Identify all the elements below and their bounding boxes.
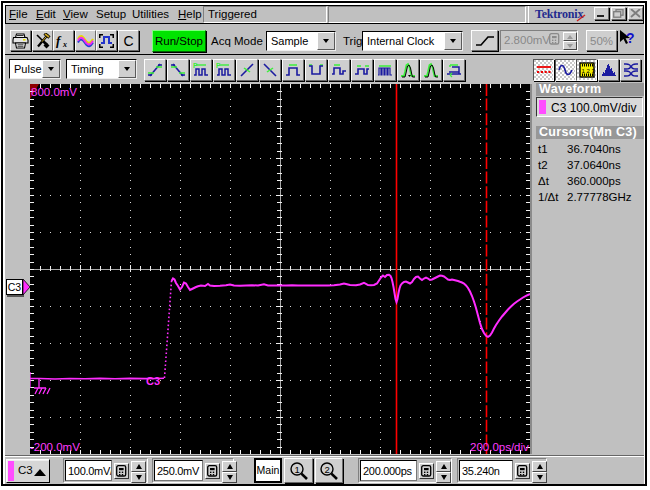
svg-text:C3: C3 bbox=[146, 375, 160, 387]
svg-text:-200.0mV: -200.0mV bbox=[30, 441, 80, 453]
svg-text:1 2 3: 1 2 3 bbox=[581, 68, 595, 74]
svg-text:200.0ps/div: 200.0ps/div bbox=[470, 441, 529, 453]
svg-text:800.0mV: 800.0mV bbox=[31, 86, 77, 98]
svg-text:2: 2 bbox=[325, 463, 330, 474]
svg-text:?: ? bbox=[626, 30, 635, 46]
svg-text:1: 1 bbox=[294, 463, 299, 474]
svg-text:x: x bbox=[62, 40, 67, 49]
svg-text:f: f bbox=[56, 33, 62, 48]
